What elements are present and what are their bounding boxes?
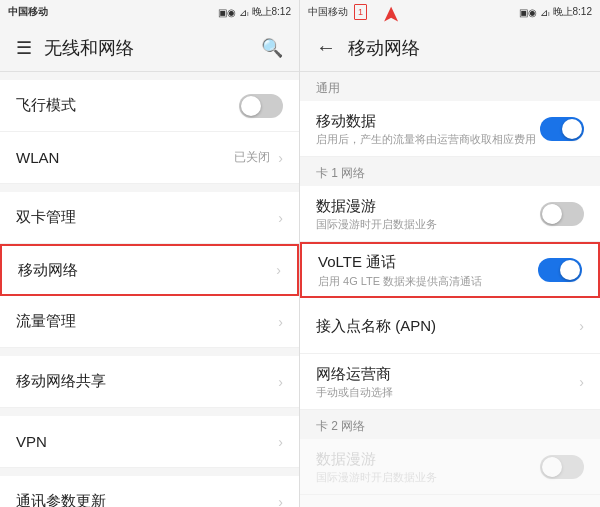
apn1-chevron-icon: › bbox=[579, 318, 584, 334]
left-time: 晚上8:12 bbox=[252, 5, 291, 19]
mobile-data-toggle[interactable] bbox=[540, 117, 584, 141]
right-time: 晚上8:12 bbox=[553, 5, 592, 19]
vpn-chevron-icon: › bbox=[278, 434, 283, 450]
hotspot-label: 移动网络共享 bbox=[16, 372, 278, 391]
data-roaming1-content: 数据漫游 国际漫游时开启数据业务 bbox=[316, 196, 540, 232]
section-header-sim1: 卡 1 网络 bbox=[300, 157, 600, 186]
wlan-chevron-icon: › bbox=[278, 150, 283, 166]
volte-title: VoLTE 通话 bbox=[318, 252, 538, 272]
data-roaming2-title: 数据漫游 bbox=[316, 449, 540, 469]
mobile-network-label: 移动网络 bbox=[18, 261, 276, 280]
left-status-bar: 中国移动 ▣◉ ⊿ₗ 晚上8:12 bbox=[0, 0, 299, 24]
data-usage-item[interactable]: 流量管理 › bbox=[0, 296, 299, 348]
dual-sim-item[interactable]: 双卡管理 › bbox=[0, 192, 299, 244]
data-roaming2-content: 数据漫游 国际漫游时开启数据业务 bbox=[316, 449, 540, 485]
right-status-icons: ▣◉ ⊿ₗ 晚上8:12 bbox=[519, 5, 592, 19]
data-roaming1-subtitle: 国际漫游时开启数据业务 bbox=[316, 217, 540, 231]
mobile-network-chevron-icon: › bbox=[276, 262, 281, 278]
section-header-general: 通用 bbox=[300, 72, 600, 101]
data-roaming1-toggle[interactable] bbox=[540, 202, 584, 226]
vpn-label: VPN bbox=[16, 433, 278, 450]
data-roaming2-toggle bbox=[540, 455, 584, 479]
carrier1-subtitle: 手动或自动选择 bbox=[316, 385, 579, 399]
carrier1-title: 网络运营商 bbox=[316, 364, 579, 384]
left-settings-list: 飞行模式 WLAN 已关闭 › 双卡管理 › 移动网络 › 流量管理 › 移动网… bbox=[0, 72, 299, 507]
data-usage-label: 流量管理 bbox=[16, 312, 278, 331]
menu-icon[interactable]: ☰ bbox=[16, 37, 32, 59]
mobile-data-item[interactable]: 移动数据 启用后，产生的流量将由运营商收取相应费用 bbox=[300, 101, 600, 157]
right-page-title: 移动网络 bbox=[348, 36, 420, 60]
wlan-label: WLAN bbox=[16, 149, 234, 166]
left-signal-icon: ▣◉ bbox=[218, 7, 236, 18]
dual-sim-chevron-icon: › bbox=[278, 210, 283, 226]
right-signal-icon: ▣◉ bbox=[519, 7, 537, 18]
volte-content: VoLTE 通话 启用 4G LTE 数据来提供高清通话 bbox=[318, 252, 538, 288]
left-status-icons: ▣◉ ⊿ₗ 晚上8:12 bbox=[218, 5, 291, 19]
section-header-sim2: 卡 2 网络 bbox=[300, 410, 600, 439]
carrier1-item[interactable]: 网络运营商 手动或自动选择 › bbox=[300, 354, 600, 410]
right-network-icon: ⊿ₗ bbox=[540, 7, 550, 18]
right-status-bar: 中国移动 1 ▣◉ ⊿ₗ 晚上8:12 bbox=[300, 0, 600, 24]
wlan-item[interactable]: WLAN 已关闭 › bbox=[0, 132, 299, 184]
data-usage-chevron-icon: › bbox=[278, 314, 283, 330]
data-roaming2-subtitle: 国际漫游时开启数据业务 bbox=[316, 470, 540, 484]
mobile-settings-list: 通用 移动数据 启用后，产生的流量将由运营商收取相应费用 卡 1 网络 数据漫游… bbox=[300, 72, 600, 507]
volte-item[interactable]: VoLTE 通话 启用 4G LTE 数据来提供高清通话 bbox=[300, 242, 600, 298]
left-carrier: 中国移动 bbox=[8, 5, 48, 19]
hotspot-chevron-icon: › bbox=[278, 374, 283, 390]
carrier-badge: 中国移动 1 bbox=[308, 4, 367, 20]
data-roaming1-title: 数据漫游 bbox=[316, 196, 540, 216]
apn1-item[interactable]: 接入点名称 (APN) › bbox=[300, 298, 600, 354]
search-icon[interactable]: 🔍 bbox=[261, 37, 283, 59]
volte-subtitle: 启用 4G LTE 数据来提供高清通话 bbox=[318, 274, 538, 288]
carrier1-chevron-icon: › bbox=[579, 374, 584, 390]
dual-sim-label: 双卡管理 bbox=[16, 208, 278, 227]
comm-update-chevron-icon: › bbox=[278, 494, 283, 508]
left-top-bar: ☰ 无线和网络 🔍 bbox=[0, 24, 299, 72]
back-button[interactable]: ← bbox=[316, 36, 336, 59]
comm-update-item[interactable]: 通讯参数更新 › bbox=[0, 476, 299, 507]
airplane-mode-item[interactable]: 飞行模式 bbox=[0, 80, 299, 132]
apn2-item: 接入点名称 (APN) › bbox=[300, 495, 600, 507]
wlan-value: 已关闭 bbox=[234, 149, 270, 166]
data-roaming2-item: 数据漫游 国际漫游时开启数据业务 bbox=[300, 439, 600, 495]
volte-toggle[interactable] bbox=[538, 258, 582, 282]
red-arrow-annotation: ➤ bbox=[378, 6, 404, 24]
apn1-content: 接入点名称 (APN) bbox=[316, 316, 579, 336]
mobile-data-content: 移动数据 启用后，产生的流量将由运营商收取相应费用 bbox=[316, 111, 540, 147]
airplane-mode-label: 飞行模式 bbox=[16, 96, 239, 115]
mobile-data-title: 移动数据 bbox=[316, 111, 540, 131]
data-roaming1-item[interactable]: 数据漫游 国际漫游时开启数据业务 bbox=[300, 186, 600, 242]
apn1-title: 接入点名称 (APN) bbox=[316, 316, 579, 336]
left-panel: 中国移动 ▣◉ ⊿ₗ 晚上8:12 ☰ 无线和网络 🔍 飞行模式 WLAN 已关… bbox=[0, 0, 300, 507]
right-panel: ➤ 中国移动 1 ▣◉ ⊿ₗ 晚上8:12 ← 移动网络 通用 移动数据 启用后… bbox=[300, 0, 600, 507]
left-page-title: 无线和网络 bbox=[44, 36, 249, 60]
airplane-mode-toggle[interactable] bbox=[239, 94, 283, 118]
vpn-item[interactable]: VPN › bbox=[0, 416, 299, 468]
mobile-network-item[interactable]: 移动网络 › bbox=[0, 244, 299, 296]
hotspot-item[interactable]: 移动网络共享 › bbox=[0, 356, 299, 408]
left-network-icon: ⊿ₗ bbox=[239, 7, 249, 18]
right-top-bar: ← 移动网络 bbox=[300, 24, 600, 72]
right-carrier: 中国移动 bbox=[308, 5, 348, 19]
carrier1-content: 网络运营商 手动或自动选择 bbox=[316, 364, 579, 400]
carrier-notification-badge: 1 bbox=[354, 4, 367, 20]
mobile-data-subtitle: 启用后，产生的流量将由运营商收取相应费用 bbox=[316, 132, 540, 146]
comm-update-label: 通讯参数更新 bbox=[16, 492, 278, 507]
